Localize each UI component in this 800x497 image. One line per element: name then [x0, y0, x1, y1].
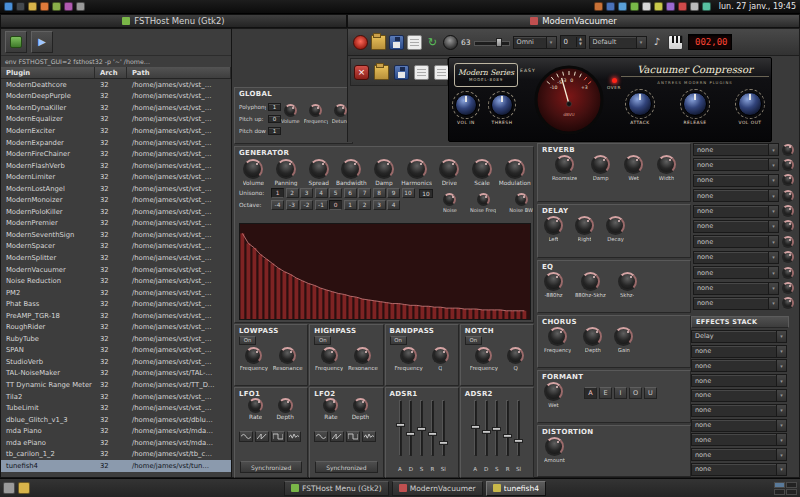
mod-source-select[interactable]: none▾: [693, 266, 779, 279]
frequency-knob[interactable]: [548, 327, 567, 346]
panning-knob[interactable]: [276, 159, 296, 179]
pitch-up-value[interactable]: 0: [268, 115, 281, 123]
volume-knob[interactable]: [243, 159, 263, 179]
effect-slot-8[interactable]: none▾: [691, 433, 787, 446]
spinner-arrows-icon[interactable]: ▲▼: [576, 37, 585, 46]
highpass-on-button[interactable]: On: [314, 336, 331, 345]
effect-slot-7[interactable]: none▾: [691, 419, 787, 432]
tray-session-icon[interactable]: [702, 2, 711, 11]
wet-knob[interactable]: [544, 382, 563, 401]
plugin-row[interactable]: Noise Reduction32/home/james/vst/vst_…: [1, 275, 231, 287]
octave-button-0[interactable]: 0: [329, 200, 342, 210]
unisono-button-6[interactable]: 6: [344, 188, 357, 198]
effect-slot-1[interactable]: Delay▾: [691, 330, 787, 343]
damp-knob[interactable]: [374, 159, 394, 179]
880hz-knob[interactable]: [544, 272, 563, 291]
mod-source-select[interactable]: none▾: [693, 235, 779, 248]
saw-shape-button[interactable]: [255, 431, 269, 442]
workspace-1[interactable]: [774, 482, 785, 488]
damp-knob[interactable]: [591, 155, 610, 174]
bypass-button[interactable]: [353, 35, 368, 50]
mod-source-select[interactable]: none▾: [693, 251, 779, 264]
plugin-row[interactable]: RubyTube32/home/james/vst/vst_…: [1, 333, 231, 345]
plugin-row[interactable]: Tila232/home/james/vst/vst_…: [1, 391, 231, 403]
text-editor-icon[interactable]: [52, 2, 61, 11]
mod-amount-knob[interactable]: [782, 159, 794, 171]
save-button[interactable]: [394, 65, 409, 80]
octave-button-2[interactable]: -2: [300, 200, 313, 210]
run-plugin-button[interactable]: ▶: [31, 31, 53, 53]
octave-button-1[interactable]: -1: [315, 200, 328, 210]
vowel-button-i[interactable]: I: [614, 387, 627, 399]
plugin-row[interactable]: SPAN32/home/james/vst/vst_…: [1, 345, 231, 357]
rate-knob[interactable]: [248, 398, 263, 413]
saw-shape-button[interactable]: [330, 431, 344, 442]
plugin-row[interactable]: ModernSplitter32/home/james/vst/vst_…: [1, 252, 231, 264]
detune-knob[interactable]: [334, 104, 347, 117]
unisono-button-3[interactable]: 3: [300, 188, 313, 198]
plugin-row[interactable]: mda ePiano32/home/james/vst/mda…: [1, 437, 231, 449]
q-knob[interactable]: [507, 347, 524, 364]
drive-knob[interactable]: [439, 159, 459, 179]
slider-handle[interactable]: [428, 432, 437, 436]
octave-button-3[interactable]: -3: [286, 200, 299, 210]
effect-slot-4[interactable]: none▾: [691, 374, 787, 387]
slider-handle[interactable]: [439, 441, 448, 445]
vol-in-knob[interactable]: [455, 94, 477, 116]
effect-slot-5[interactable]: none▾: [691, 389, 787, 402]
vacuumer-titlebar[interactable]: ModernVacuumer: [347, 14, 800, 28]
effect-slot-3[interactable]: none▾: [691, 359, 787, 372]
copy-button[interactable]: [414, 65, 429, 80]
tray-network-icon[interactable]: [618, 2, 627, 11]
vol-out-knob[interactable]: [738, 92, 762, 116]
plugin-row[interactable]: dblue_Glitch_v1_332/home/james/vst/dblu…: [1, 414, 231, 426]
keyboard-button[interactable]: [668, 35, 683, 50]
tray-update-icon[interactable]: [594, 2, 603, 11]
plugin-row[interactable]: ModernFireChainer32/home/james/vst/vst_…: [1, 148, 231, 160]
square-shape-button[interactable]: [346, 431, 360, 442]
unisono-button-2[interactable]: 2: [286, 188, 299, 198]
release-knob[interactable]: [683, 92, 707, 116]
effect-slot-6[interactable]: none▾: [691, 404, 787, 417]
depth-knob[interactable]: [583, 327, 602, 346]
taskbar-item-tunefish4[interactable]: tunefish4: [486, 481, 546, 496]
mod-amount-knob[interactable]: [782, 297, 794, 309]
plugin-row[interactable]: ModernLimiter32/home/james/vst/vst_…: [1, 171, 231, 183]
adsr-slider-d[interactable]: [406, 400, 415, 456]
paste-button[interactable]: [434, 65, 449, 80]
slider-handle[interactable]: [471, 425, 480, 429]
plugin-row[interactable]: ModernExpander32/home/james/vst/vst_…: [1, 137, 231, 149]
workspace-4[interactable]: [786, 489, 797, 495]
add-plugin-button[interactable]: [5, 31, 27, 53]
noise-shape-button[interactable]: [287, 431, 301, 442]
lowpass-on-button[interactable]: On: [239, 336, 256, 345]
workspace-2[interactable]: [786, 482, 797, 488]
sine-shape-button[interactable]: [239, 431, 253, 442]
roomsize-knob[interactable]: [555, 155, 574, 174]
file-manager-icon[interactable]: [18, 482, 30, 494]
gain-knob[interactable]: [614, 327, 633, 346]
show-desktop-icon[interactable]: [3, 482, 15, 494]
adsr-slider-a[interactable]: [471, 400, 480, 456]
mod-source-select[interactable]: none▾: [693, 297, 779, 310]
mod-source-select[interactable]: none▾: [693, 158, 779, 171]
frequency-knob[interactable]: [245, 347, 262, 364]
frequency-knob[interactable]: [475, 347, 492, 364]
plugin-row[interactable]: TubeLimit32/home/james/vst/vst_…: [1, 402, 231, 414]
column-header-arch[interactable]: Arch: [95, 67, 127, 78]
plugin-row[interactable]: ModernEqualizer32/home/james/vst/vst_…: [1, 114, 231, 126]
unisono-button-7[interactable]: 7: [358, 188, 371, 198]
plugin-row[interactable]: TT Dynamic Range Meter32/home/james/vst/…: [1, 379, 231, 391]
plugin-row[interactable]: ModernDynaKiller32/home/james/vst/vst_…: [1, 102, 231, 114]
reload-button[interactable]: ↻: [425, 35, 440, 50]
octave-button-1[interactable]: 1: [344, 200, 357, 210]
mod-source-select[interactable]: none▾: [693, 174, 779, 187]
mod-amount-knob[interactable]: [782, 236, 794, 248]
mod-amount-knob[interactable]: [782, 251, 794, 263]
load-button[interactable]: [374, 65, 389, 80]
midi-channel-select[interactable]: Omni ▾: [513, 36, 557, 49]
mod-amount-knob[interactable]: [782, 220, 794, 232]
mod-amount-knob[interactable]: [782, 267, 794, 279]
mod-amount-knob[interactable]: [782, 205, 794, 217]
notch-on-button[interactable]: On: [465, 336, 482, 345]
